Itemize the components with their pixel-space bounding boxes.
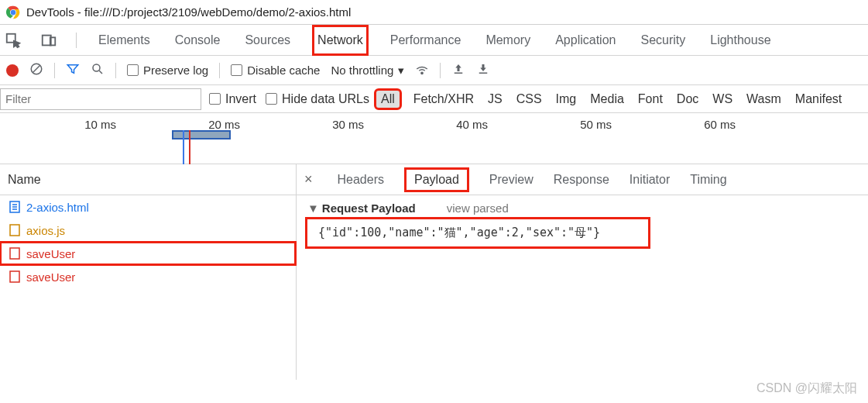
tab-network[interactable]: Network xyxy=(312,25,369,56)
network-toolbar: Preserve log Disable cache No throttling… xyxy=(0,56,868,85)
filter-type-js[interactable]: JS xyxy=(488,92,503,106)
request-list: 2-axios.html axios.js saveUser saveUser xyxy=(0,195,296,288)
divider xyxy=(440,63,441,78)
throttling-select[interactable]: No throttling ▾ xyxy=(331,64,404,78)
request-name: axios.js xyxy=(26,224,65,237)
network-filter-row: Invert Hide data URLs All Fetch/XHR JS C… xyxy=(0,85,868,113)
detail-tab-payload[interactable]: Payload xyxy=(404,167,469,192)
throttling-label: No throttling xyxy=(331,64,393,77)
filter-type-css[interactable]: CSS xyxy=(516,92,542,106)
network-lower-panel: Name 2-axios.html axios.js saveUser save… xyxy=(0,164,868,380)
filter-type-manifest[interactable]: Manifest xyxy=(795,92,842,106)
request-detail-panel: × Headers Payload Preview Response Initi… xyxy=(297,164,868,380)
tab-application[interactable]: Application xyxy=(552,27,619,53)
request-list-header[interactable]: Name xyxy=(0,164,296,195)
request-row-js[interactable]: axios.js xyxy=(0,219,296,242)
timeline-tick: 60 ms xyxy=(704,118,736,131)
detail-tabs: × Headers Payload Preview Response Initi… xyxy=(297,164,868,195)
detail-tab-timing[interactable]: Timing xyxy=(690,173,726,187)
script-icon xyxy=(9,224,20,236)
request-payload-label: Request Payload xyxy=(322,202,416,215)
timeline-tick: 10 ms xyxy=(84,118,116,131)
svg-point-9 xyxy=(421,72,423,74)
network-timeline[interactable]: 10 ms 20 ms 30 ms 40 ms 50 ms 60 ms xyxy=(0,113,868,164)
filter-type-fetchxhr[interactable]: Fetch/XHR xyxy=(413,92,474,106)
filter-type-media[interactable]: Media xyxy=(590,92,624,106)
filter-type-wasm[interactable]: Wasm xyxy=(746,92,781,106)
document-icon xyxy=(9,201,20,213)
tab-console[interactable]: Console xyxy=(172,27,224,53)
payload-body: ▼Request Payload view parsed {"id":100,"… xyxy=(297,195,868,253)
timeline-bar xyxy=(172,130,231,140)
svg-rect-18 xyxy=(10,271,19,282)
invert-checkbox[interactable]: Invert xyxy=(209,92,256,106)
request-name: saveUser xyxy=(26,270,75,284)
preserve-log-label: Preserve log xyxy=(143,64,208,77)
watermark: CSDN @闪耀太阳 xyxy=(756,381,857,397)
hide-data-urls-label: Hide data URLs xyxy=(282,92,369,106)
tab-elements[interactable]: Elements xyxy=(95,27,153,53)
request-row-xhr-selected[interactable]: saveUser xyxy=(0,242,296,265)
search-icon[interactable] xyxy=(91,62,105,78)
xhr-icon xyxy=(9,270,20,283)
invert-label: Invert xyxy=(225,92,256,106)
timeline-tick: 50 ms xyxy=(580,118,612,131)
filter-type-all[interactable]: All xyxy=(376,91,400,108)
tab-lighthouse[interactable]: Lighthouse xyxy=(707,27,774,53)
divider xyxy=(115,63,116,78)
divider xyxy=(76,33,77,48)
tab-sources[interactable]: Sources xyxy=(242,27,293,53)
clear-icon[interactable] xyxy=(29,62,43,78)
filter-type-doc[interactable]: Doc xyxy=(677,92,698,106)
filter-type-ws[interactable]: WS xyxy=(712,92,732,106)
tab-memory[interactable]: Memory xyxy=(482,27,533,53)
payload-section-header[interactable]: ▼Request Payload view parsed xyxy=(307,202,857,215)
request-name: 2-axios.html xyxy=(26,201,89,214)
timeline-tick: 30 ms xyxy=(332,118,364,131)
svg-rect-11 xyxy=(479,73,488,74)
request-row-html[interactable]: 2-axios.html xyxy=(0,195,296,219)
disable-cache-checkbox[interactable]: Disable cache xyxy=(231,64,320,77)
collapse-triangle-icon: ▼ xyxy=(307,202,319,215)
filter-type-font[interactable]: Font xyxy=(638,92,663,106)
chrome-logo-icon xyxy=(6,5,20,19)
svg-rect-10 xyxy=(455,73,463,74)
tab-security[interactable]: Security xyxy=(637,27,688,53)
svg-point-7 xyxy=(93,64,100,71)
detail-tab-headers[interactable]: Headers xyxy=(338,173,384,187)
window-titlebar: DevTools - file:///D:/project3/2109/webD… xyxy=(0,0,868,25)
window-title: DevTools - file:///D:/project3/2109/webD… xyxy=(26,5,351,19)
device-toggle-icon[interactable] xyxy=(40,32,57,49)
svg-rect-16 xyxy=(10,225,19,236)
request-name: saveUser xyxy=(26,247,75,260)
detail-tab-preview[interactable]: Preview xyxy=(489,173,533,187)
filter-input[interactable] xyxy=(0,88,201,110)
devtools-main-tabs: Elements Console Sources Network Perform… xyxy=(0,25,868,56)
hide-data-urls-checkbox[interactable]: Hide data URLs xyxy=(266,92,369,106)
filter-type-img[interactable]: Img xyxy=(556,92,577,106)
close-detail-button[interactable]: × xyxy=(304,171,313,188)
upload-har-icon[interactable] xyxy=(451,62,465,78)
record-button[interactable] xyxy=(6,64,19,77)
download-har-icon[interactable] xyxy=(476,62,490,78)
svg-line-6 xyxy=(33,66,40,73)
request-list-panel: Name 2-axios.html axios.js saveUser save… xyxy=(0,164,297,380)
request-payload-content: {"id":100,"name":"猫","age":2,"sex":"母"} xyxy=(307,219,648,246)
timeline-tick: 40 ms xyxy=(456,118,488,131)
svg-line-8 xyxy=(99,71,102,74)
svg-rect-17 xyxy=(10,248,19,259)
timeline-marker-blue xyxy=(183,130,184,164)
xhr-icon xyxy=(9,247,20,260)
divider xyxy=(219,63,220,78)
inspect-element-icon[interactable] xyxy=(5,32,22,49)
tab-performance[interactable]: Performance xyxy=(387,27,465,53)
preserve-log-checkbox[interactable]: Preserve log xyxy=(127,64,208,77)
detail-tab-initiator[interactable]: Initiator xyxy=(630,173,670,187)
disable-cache-label: Disable cache xyxy=(247,64,320,77)
detail-tab-response[interactable]: Response xyxy=(554,173,609,187)
request-row-xhr[interactable]: saveUser xyxy=(0,265,296,288)
network-conditions-icon[interactable] xyxy=(415,62,429,78)
view-parsed-link[interactable]: view parsed xyxy=(447,202,509,215)
chevron-down-icon: ▾ xyxy=(398,64,404,78)
filter-icon[interactable] xyxy=(66,62,80,78)
